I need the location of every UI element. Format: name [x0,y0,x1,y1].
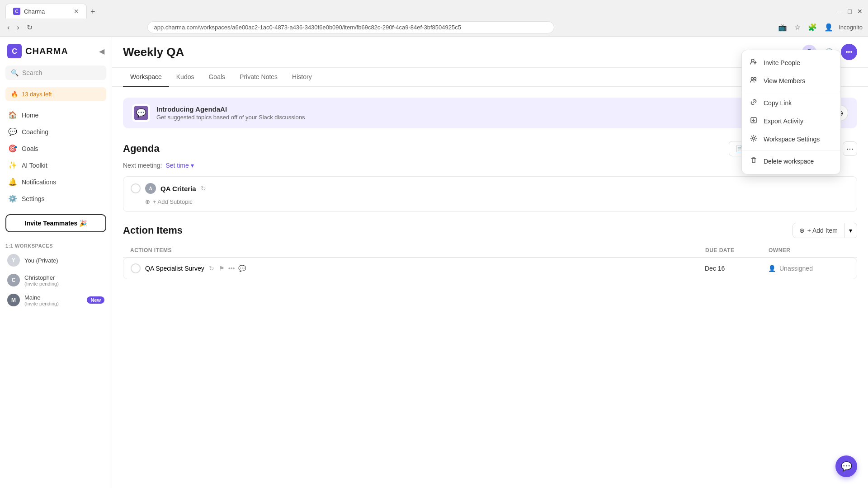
incognito-label: Incognito [839,24,863,31]
more-options-dropdown: Invite People View Members Copy Link Exp… [741,50,841,174]
workspace-item-christopher[interactable]: C Christopher (Invite pending) [2,270,110,290]
tab-history[interactable]: History [285,68,319,87]
minimize-button[interactable]: — [836,8,843,15]
profile-button[interactable]: 👤 [822,21,835,33]
set-time-chevron: ▾ [191,162,194,169]
christopher-name: Christopher [24,274,59,281]
trial-badge: 🔥 13 days left [5,87,106,101]
search-icon: 🔍 [11,69,19,76]
plus-icon: ⊕ [145,198,150,205]
options-icon[interactable]: ••• [228,265,235,272]
agenda-ai-icon: 💬 [132,104,150,122]
dropdown-item-copy-link[interactable]: Copy Link [742,94,840,112]
tab-workspace[interactable]: Workspace [123,68,169,87]
back-button[interactable]: ‹ [5,22,11,33]
dropdown-item-export-activity[interactable]: Export Activity [742,112,840,130]
search-box[interactable]: 🔍 Search [5,66,106,80]
delete-workspace-icon [749,157,758,166]
tab-kudos[interactable]: Kudos [169,68,202,87]
close-window-button[interactable]: ✕ [857,8,863,15]
home-icon: 🏠 [8,111,17,119]
tab-bar: C Charma ✕ + [5,4,99,19]
dropdown-item-invite-people[interactable]: Invite People [742,54,840,72]
workspace-item-you[interactable]: Y You (Private) [2,250,110,270]
new-tab-button[interactable]: + [87,5,99,19]
action-item-checkbox[interactable] [131,263,141,273]
sidebar-item-home[interactable]: 🏠 Home [4,107,108,123]
add-item-main-button[interactable]: ⊕ + Add Item [793,223,844,238]
invite-teammates-button[interactable]: Invite Teammates 🎉 [5,214,106,232]
nav-settings-label: Settings [22,195,45,202]
workspace-settings-label: Workspace Settings [764,136,820,143]
agenda-item-checkbox[interactable] [131,183,141,193]
url-bar[interactable]: app.charma.com/workspaces/a6e00ac2-1ac0-… [147,21,554,33]
flag-icon[interactable]: ⚑ [219,265,225,272]
action-items-title: Action Items [123,225,183,236]
page-title-area: Weekly QA [123,45,184,66]
action-sync-icon: ↻ [209,265,214,272]
browser-chrome: C Charma ✕ + — □ ✕ ‹ › ↻ app.charma.com/… [0,0,868,37]
copy-link-icon [749,99,758,108]
logo: C CHARMA [7,44,68,58]
tab-private-notes[interactable]: Private Notes [232,68,285,87]
you-workspace-info: You (Private) [24,257,58,264]
copy-link-label: Copy Link [764,99,792,107]
svg-text:C: C [12,47,17,55]
owner-name: Unassigned [779,265,813,272]
maximize-button[interactable]: □ [848,8,852,15]
add-subtopic-button[interactable]: ⊕ + Add Subtopic [145,198,849,205]
action-items-section-header: Action Items ⊕ + Add Item ▾ [123,223,857,238]
chat-icon: 💬 [841,461,852,472]
next-meeting-label: Next meeting: [123,162,162,169]
browser-address-bar: ‹ › ↻ app.charma.com/workspaces/a6e00ac2… [0,19,868,36]
sidebar-item-ai-toolkit[interactable]: ✨ AI Toolkit [4,157,108,174]
svg-point-4 [751,59,754,62]
reload-button[interactable]: ↻ [25,21,34,33]
nav-notifications-label: Notifications [22,178,56,186]
cast-button[interactable]: 📺 [776,21,789,33]
action-item-icons: ⚑ ••• 💬 [219,265,246,272]
tab-title: Charma [24,8,45,15]
sidebar-item-settings[interactable]: ⚙️ Settings [4,190,108,207]
notifications-icon: 🔔 [8,178,17,186]
agenda-more-button[interactable]: ⋯ [843,141,857,156]
chat-support-button[interactable]: 💬 [835,455,857,477]
agenda-item-title: QA Criteria [160,185,196,192]
more-options-button[interactable]: ••• [841,44,857,60]
extensions-button[interactable]: 🧩 [806,21,819,33]
add-item-button-group: ⊕ + Add Item ▾ [793,223,857,238]
sidebar-header: C CHARMA ◀ [0,37,112,62]
banner-text-area: Introducing AgendaAI Get suggested topic… [156,105,788,121]
add-item-dropdown-button[interactable]: ▾ [844,223,857,238]
sidebar-item-notifications[interactable]: 🔔 Notifications [4,174,108,190]
sync-icon: ↻ [201,185,206,192]
sidebar-item-coaching[interactable]: 💬 Coaching [4,123,108,140]
invite-people-icon [749,58,758,67]
set-time-button[interactable]: Set time ▾ [165,162,193,169]
tab-goals[interactable]: Goals [201,68,232,87]
christopher-avatar: C [7,274,20,286]
tab-favicon: C [13,8,20,15]
action-item-action-col: QA Specialist Survey ↻ ⚑ ••• 💬 [131,263,705,273]
delete-workspace-label: Delete workspace [764,158,814,165]
bookmark-button[interactable]: ☆ [793,21,802,33]
dropdown-item-delete-workspace[interactable]: Delete workspace [742,152,840,170]
dropdown-item-workspace-settings[interactable]: Workspace Settings [742,130,840,148]
add-item-plus-icon: ⊕ [799,227,805,234]
maine-name: Maine [24,294,59,301]
action-item-row: QA Specialist Survey ↻ ⚑ ••• 💬 Dec 16 👤 … [123,258,857,279]
fire-icon: 🔥 [11,91,18,98]
sidebar-item-goals[interactable]: 🎯 Goals [4,140,108,157]
workspace-item-maine[interactable]: M Maine (Invite pending) New [2,290,110,310]
workspaces-section-label: 1:1 Workspaces [0,238,112,250]
action-item-title: QA Specialist Survey [145,265,204,272]
comment-icon[interactable]: 💬 [238,265,246,272]
sidebar-collapse-button[interactable]: ◀ [99,47,104,56]
agenda-item-qa-criteria: A QA Criteria ↻ ⊕ + Add Subtopic [123,176,857,212]
forward-button[interactable]: › [15,22,21,33]
banner-description: Get suggested topics based off of your S… [156,114,788,121]
browser-tab[interactable]: C Charma ✕ [5,4,87,19]
export-activity-icon [749,117,758,126]
dropdown-item-view-members[interactable]: View Members [742,72,840,90]
tab-close-button[interactable]: ✕ [74,8,79,15]
